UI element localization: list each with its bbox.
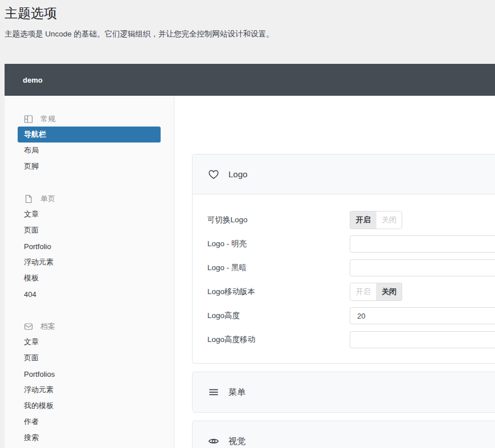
toggle-off-button[interactable]: 关闭 [376,283,402,300]
panel-title-bar: demo [5,64,495,96]
toggle-group: 开启关闭 [350,283,402,301]
sidebar-section: 单页文章页面Portfolio浮动元素模板404 [5,192,174,302]
field-row: Logo高度移动 [207,328,495,352]
field-row: 可切换Logo开启关闭 [207,208,495,232]
field-label: Logo - 明亮 [207,239,350,249]
sidebar-section-label: 单页 [40,194,55,204]
page-title: 主题选项 [5,5,57,22]
eye-icon [208,435,219,447]
field-row: Logo移动版本开启关闭 [207,280,495,304]
section-title: Logo [228,169,247,179]
sidebar-item[interactable]: 文章 [18,206,161,222]
sidebar-section: 档案文章页面Portfolios浮动元素我的模板作者搜索 [5,319,174,446]
field-row: Logo - 黑暗 [207,256,495,280]
theme-options-panel: demo 常规导航栏布局页脚单页文章页面Portfolio浮动元素模板404档案… [5,64,495,448]
sidebar-item[interactable]: 页脚 [18,158,161,174]
options-content: Logo可切换Logo开启关闭Logo - 明亮Logo - 黑暗Logo移动版… [174,96,495,448]
field-label: Logo高度 [207,311,350,321]
sidebar-item[interactable]: 布局 [18,142,161,158]
sidebar-item[interactable]: 我的模板 [18,398,161,414]
page-subtitle: 主题选项是 Uncode 的基础。它们逻辑组织，并让您完全控制网站设计和设置。 [5,30,274,39]
toggle-on-button[interactable]: 开启 [350,283,376,300]
field-control [350,235,495,252]
panel-body: 常规导航栏布局页脚单页文章页面Portfolio浮动元素模板404档案文章页面P… [5,96,495,448]
options-section-card: 视觉 [192,421,495,448]
sidebar-item[interactable]: Portfolio [18,238,161,254]
field-control [350,307,495,324]
field-label: 可切换Logo [207,215,350,225]
field-label: Logo高度移动 [207,335,350,345]
sidebar-item[interactable]: 文章 [18,334,161,350]
sidebar-item[interactable]: 作者 [18,414,161,430]
page-icon [24,194,33,203]
field-label: Logo - 黑暗 [207,263,350,273]
section-title: 视觉 [228,436,246,447]
mail-icon [24,322,33,331]
menu-icon [208,386,219,398]
sidebar-item[interactable]: 模板 [18,270,161,286]
sidebar-item[interactable]: 页面 [18,222,161,238]
field-row: Logo高度 [207,304,495,328]
section-header[interactable]: 视觉 [193,421,495,448]
sidebar-section-label: 档案 [40,321,55,332]
text-input[interactable] [350,259,495,276]
layout-icon [24,115,33,124]
toggle-off-button[interactable]: 关闭 [376,211,402,229]
section-body: 可切换Logo开启关闭Logo - 明亮Logo - 黑暗Logo移动版本开启关… [193,194,495,363]
sidebar-item[interactable]: 404 [18,286,161,302]
text-input[interactable] [350,331,495,348]
section-header[interactable]: 菜单 [193,372,495,412]
text-input[interactable] [350,235,495,252]
field-control: 开启关闭 [350,211,495,229]
sidebar-item[interactable]: 浮动元素 [18,382,161,398]
sidebar-section: 常规导航栏布局页脚 [5,112,174,174]
toggle-on-button[interactable]: 开启 [350,211,376,229]
sidebar-item[interactable]: 浮动元素 [18,254,161,270]
sidebar-section-label: 常规 [40,114,55,124]
field-label: Logo移动版本 [207,287,350,297]
sidebar-section-header: 常规 [5,112,174,127]
text-input[interactable] [350,307,495,324]
sidebar-item[interactable]: 导航栏 [18,127,161,142]
sidebar-item[interactable]: Portfolios [18,366,161,382]
field-control: 开启关闭 [350,283,495,301]
options-section-card: 菜单 [192,372,495,413]
sidebar-item[interactable]: 搜索 [18,430,161,446]
sidebar-section-header: 档案 [5,319,174,334]
sidebar-section-header: 单页 [5,192,174,206]
section-title: 菜单 [228,387,246,398]
field-control [350,259,495,276]
heart-icon [208,169,219,180]
sidebar-item[interactable]: 页面 [18,350,161,366]
options-section-card: Logo可切换Logo开启关闭Logo - 明亮Logo - 黑暗Logo移动版… [192,154,495,364]
section-header[interactable]: Logo [193,154,495,194]
toggle-group: 开启关闭 [350,211,402,229]
panel-title: demo [23,76,43,84]
field-control [350,331,495,348]
options-sidebar: 常规导航栏布局页脚单页文章页面Portfolio浮动元素模板404档案文章页面P… [5,96,174,448]
field-row: Logo - 明亮 [207,232,495,256]
